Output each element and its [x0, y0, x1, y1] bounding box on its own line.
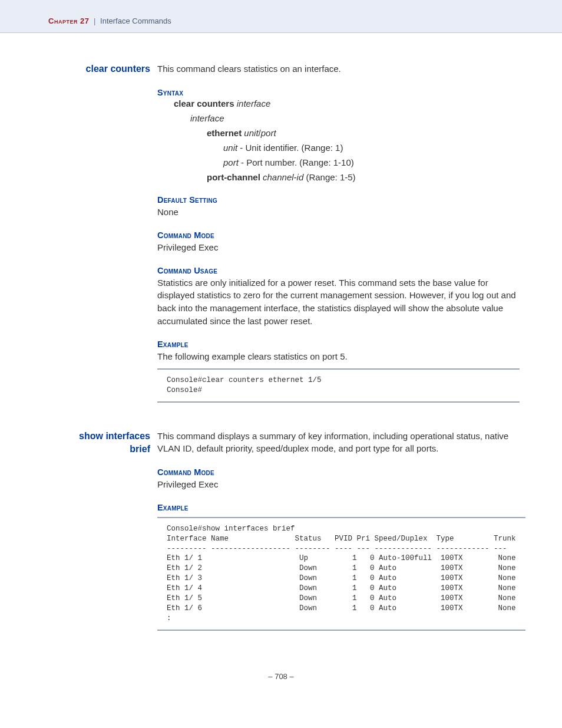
content-area: clear counters This command clears stati… — [0, 33, 562, 654]
syntax-line: clear counters interface — [174, 98, 520, 108]
page-number: – 708 – — [0, 658, 562, 693]
default-setting-body: None — [157, 206, 520, 219]
default-setting-heading: Default Setting — [157, 195, 520, 205]
command-mode-heading: Command Mode — [157, 230, 520, 240]
example-code-block: Console#clear counters ethernet 1/5 Cons… — [157, 368, 520, 403]
command-description: This command displays a summary of key i… — [157, 430, 525, 454]
syntax-line: port - Port number. (Range: 1-10) — [223, 157, 520, 167]
command-name-line1: show interfaces — [48, 430, 150, 443]
header-pipe: | — [94, 17, 95, 25]
command-name-line2: brief — [48, 443, 150, 456]
example-intro: The following example clears statistics … — [157, 350, 520, 363]
syntax-line: port-channel channel-id (Range: 1-5) — [207, 172, 520, 182]
syntax-block: clear counters interface interface ether… — [157, 98, 520, 182]
command-mode-body: Privileged Exec — [157, 241, 520, 254]
example-code-block: Console#show interfaces brief Interface … — [157, 517, 525, 631]
command-usage-heading: Command Usage — [157, 266, 520, 275]
page: Chapter 27 | Interface Commands clear co… — [0, 0, 562, 728]
command-entry-clear-counters: clear counters This command clears stati… — [48, 62, 520, 426]
syntax-line: unit - Unit identifier. (Range: 1) — [223, 143, 520, 153]
syntax-line: interface — [190, 113, 520, 123]
syntax-line: ethernet unit/port — [207, 128, 520, 138]
example-heading: Example — [157, 503, 525, 512]
command-mode-body: Privileged Exec — [157, 478, 525, 491]
example-heading: Example — [157, 340, 520, 349]
command-description: This command clears statistics on an int… — [157, 62, 520, 75]
syntax-heading: Syntax — [157, 88, 520, 97]
command-usage-body: Statistics are only initialized for a po… — [157, 276, 520, 328]
chapter-label: Chapter 27 — [48, 17, 89, 25]
command-entry-show-interfaces-brief: show interfaces brief This command displ… — [48, 430, 520, 654]
section-title: Interface Commands — [100, 17, 171, 25]
command-name: clear counters — [86, 64, 150, 74]
running-header: Chapter 27 | Interface Commands — [0, 0, 562, 33]
command-mode-heading: Command Mode — [157, 467, 525, 477]
